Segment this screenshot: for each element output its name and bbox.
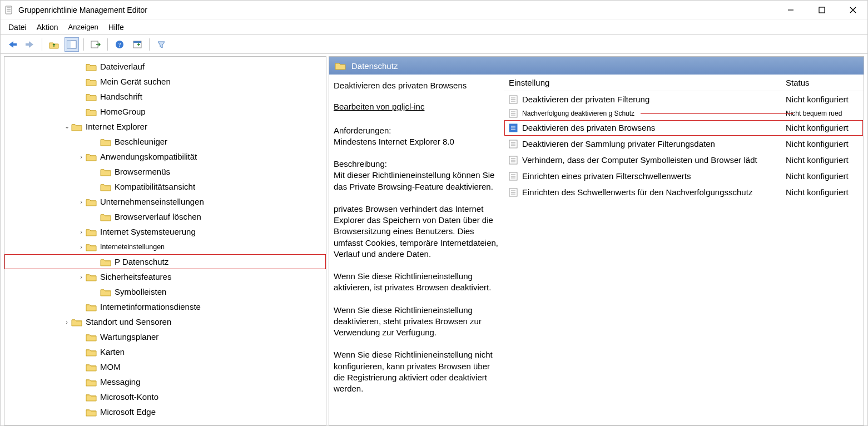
- column-status-header[interactable]: Status: [786, 78, 864, 87]
- tree-item[interactable]: ›Internet Systemsteuerung: [4, 224, 326, 239]
- tree-item[interactable]: ›Interneteinstellungen: [4, 239, 326, 254]
- tree-scroll[interactable]: DateiverlaufMein Gerät suchenHandschrift…: [4, 57, 326, 425]
- menu-help[interactable]: Hilfe: [108, 23, 124, 32]
- folder-icon: [86, 348, 97, 356]
- tree-item-label: P Datenschutz: [115, 257, 168, 266]
- tree-item-label: Mein Gerät suchen: [100, 77, 171, 86]
- expand-closed-icon[interactable]: ›: [77, 199, 86, 205]
- toolbar-separator: [83, 38, 84, 51]
- tree-item[interactable]: Microsoft Edge: [4, 404, 326, 419]
- content-area: DateiverlaufMein Gerät suchenHandschrift…: [1, 54, 867, 425]
- expand-open-icon[interactable]: ⌄: [62, 123, 71, 130]
- tree-item-label: Internetinformationsdienste: [100, 302, 201, 311]
- settings-list[interactable]: Deaktivieren der privaten FilterungNicht…: [504, 91, 864, 425]
- tree-item[interactable]: Wartungsplaner: [4, 329, 326, 344]
- tree-item[interactable]: Browsermenüs: [4, 164, 326, 179]
- folder-icon: [86, 363, 97, 371]
- setting-row[interactable]: Einrichten eines privaten Filterschwelle…: [504, 168, 864, 184]
- edit-link[interactable]: Bearbeiten von pgljcl-inc: [334, 101, 501, 112]
- tree-item[interactable]: MOM: [4, 359, 326, 374]
- tree-item[interactable]: Browserverlauf löschen: [4, 209, 326, 224]
- tree-item[interactable]: ›Standort und Sensoren: [4, 314, 326, 329]
- tree-pane: DateiverlaufMein Gerät suchenHandschrift…: [4, 56, 326, 425]
- tree-item[interactable]: ›Anwendungskompatibilität: [4, 149, 326, 164]
- policy-icon: [508, 108, 519, 118]
- tree-item[interactable]: ⌄Internet Explorer: [4, 119, 326, 134]
- tree-item[interactable]: Microsoft-Konto: [4, 389, 326, 404]
- setting-status: Nicht konfiguriert: [786, 187, 864, 197]
- expand-closed-icon[interactable]: ›: [77, 153, 86, 160]
- tree-item-label: Kompatibilitätsansicht: [115, 182, 195, 191]
- menu-file[interactable]: Datei: [8, 23, 27, 32]
- setting-row[interactable]: Einrichten des Schwellenwerts für den Na…: [504, 184, 864, 200]
- setting-label: Nachverfolgung deaktivieren g Schutz: [522, 110, 786, 117]
- setting-status: Nicht bequem rued: [786, 110, 864, 117]
- tree-item-label: HomeGroup: [100, 107, 146, 116]
- folder-up-button[interactable]: [47, 37, 61, 52]
- nav-forward-button[interactable]: [23, 37, 37, 52]
- setting-row[interactable]: Nachverfolgung deaktivieren g SchutzNich…: [504, 107, 864, 120]
- show-hide-tree-button[interactable]: [65, 37, 79, 52]
- maximize-button[interactable]: [814, 2, 830, 18]
- expand-closed-icon[interactable]: ›: [77, 229, 86, 235]
- description-p4: Wenn Sie diese Richtlinieneinstellung de…: [334, 305, 501, 339]
- tree-item[interactable]: Internetinformationsdienste: [4, 299, 326, 314]
- setting-label: Deaktivieren der privaten Filterung: [522, 95, 786, 104]
- tree-item-label: Interneteinstellungen: [100, 243, 165, 251]
- menu-view[interactable]: Anzeigen: [68, 23, 98, 31]
- tree-item[interactable]: P Datenschutz: [4, 254, 326, 269]
- setting-row[interactable]: Deaktivieren der privaten FilterungNicht…: [504, 91, 864, 107]
- tree-item[interactable]: Beschleuniger: [4, 134, 326, 149]
- tree-item[interactable]: ›Unternehmenseinstellungen: [4, 194, 326, 209]
- setting-row[interactable]: Deaktivieren der Sammlung privater Filte…: [504, 136, 864, 152]
- description-label: Beschreibung:: [334, 158, 501, 170]
- svg-rect-8: [12, 43, 17, 46]
- folder-icon: [100, 137, 111, 146]
- setting-label: Deaktivieren der Sammlung privater Filte…: [522, 139, 786, 148]
- nav-back-button[interactable]: [5, 37, 19, 52]
- window-controls: [783, 2, 861, 18]
- policy-icon: [508, 155, 519, 165]
- setting-row[interactable]: Verhindern, dass der Computer Symbolleis…: [504, 152, 864, 168]
- expand-closed-icon[interactable]: ›: [77, 244, 86, 250]
- folder-icon: [86, 92, 97, 101]
- tree-item[interactable]: Dateiverlauf: [4, 59, 326, 74]
- tree-item[interactable]: Kompatibilitätsansicht: [4, 179, 326, 194]
- close-button[interactable]: [845, 2, 861, 18]
- menu-action[interactable]: Aktion: [37, 23, 58, 32]
- tree-item[interactable]: HomeGroup: [4, 104, 326, 119]
- tree-item[interactable]: Handschrift: [4, 89, 326, 104]
- tree-item[interactable]: Messaging: [4, 374, 326, 389]
- folder-icon: [86, 393, 97, 402]
- folder-icon: [71, 122, 82, 131]
- export-button[interactable]: [88, 37, 103, 52]
- tree-item-label: Anwendungskompatibilität: [100, 152, 197, 161]
- svg-rect-11: [67, 41, 71, 48]
- tree-item[interactable]: Karten: [4, 344, 326, 359]
- expand-closed-icon[interactable]: ›: [62, 319, 71, 325]
- toolbar-separator: [42, 38, 42, 51]
- svg-text:?: ?: [118, 41, 121, 48]
- tree-item[interactable]: ›Sicherheitsfeatures: [4, 269, 326, 284]
- description-p2: privates Browsen verhindert das Internet…: [334, 204, 501, 260]
- toolbar-separator: [149, 38, 150, 51]
- folder-icon: [100, 257, 111, 266]
- description-p1: Mit dieser Richtlinieneinstellung können…: [334, 170, 501, 192]
- policy-icon: [508, 171, 519, 181]
- help-button[interactable]: ?: [112, 37, 127, 52]
- tree-item[interactable]: Symbolleisten: [4, 284, 326, 299]
- expand-closed-icon[interactable]: ›: [77, 274, 86, 280]
- filter-button[interactable]: [154, 37, 168, 52]
- window-title: Gruppenrichtlinie Management Editor: [18, 6, 783, 14]
- setting-status: Nicht konfiguriert: [786, 171, 864, 181]
- requirements-value: Mindestens Internet Explorer 8.0: [334, 136, 501, 147]
- column-setting-header[interactable]: Einstellung: [504, 78, 786, 87]
- folder-icon: [335, 61, 346, 70]
- svg-rect-0: [6, 6, 12, 14]
- setting-status: Nicht konfiguriert: [786, 139, 864, 148]
- properties-button[interactable]: [130, 37, 145, 52]
- tree-item[interactable]: Mein Gerät suchen: [4, 74, 326, 89]
- folder-icon: [100, 182, 111, 191]
- setting-row[interactable]: Deaktivieren des privaten BrowsensNicht …: [504, 120, 864, 136]
- minimize-button[interactable]: [783, 2, 798, 18]
